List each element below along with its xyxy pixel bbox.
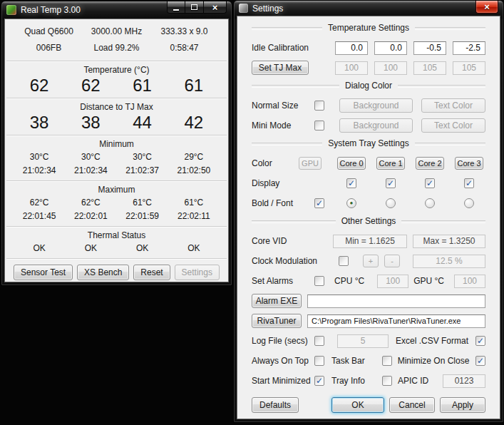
display-core1-checkbox[interactable]: ✓	[386, 178, 396, 188]
display-core2-checkbox[interactable]: ✓	[425, 178, 435, 188]
other-settings-header: Other Settings	[252, 216, 485, 227]
core3-thermal-status: OK	[168, 242, 220, 255]
clock-modulation-value: 12.5 %	[413, 255, 485, 268]
display-core3-checkbox[interactable]: ✓	[464, 178, 474, 188]
core0-distance: 38	[14, 113, 65, 131]
minimize-button[interactable]	[167, 1, 185, 14]
font-core2-radio[interactable]	[425, 198, 435, 208]
cancel-button[interactable]: Cancel	[389, 397, 435, 413]
idle-calibration-row: Idle Calibration 0.0 0.0 -0.5 -2.5	[252, 41, 485, 55]
rivatuner-button[interactable]: RivaTuner	[252, 314, 302, 328]
realtemp-button-row: Sensor Test XS Bench Reset Settings	[5, 260, 228, 280]
cpu-frequency: 3000.00 MHz	[83, 26, 150, 37]
mini-text-color-button: Text Color	[421, 118, 485, 133]
apic-id-label: APIC ID	[398, 376, 428, 386]
xs-bench-button[interactable]: XS Bench	[77, 265, 129, 280]
minimize-on-close-checkbox[interactable]: ✓	[475, 356, 485, 366]
core-vid-label: Core VID	[252, 236, 314, 246]
font-core3-radio[interactable]	[464, 198, 474, 208]
normal-size-row: Normal Size Background Text Color	[252, 98, 485, 113]
core1-color-button[interactable]: Core 1	[376, 157, 405, 170]
core1-max-time: 22:02:01	[65, 210, 116, 223]
uptime-value: 0:58:47	[150, 43, 218, 53]
idle-calibration-input-0[interactable]: 0.0	[335, 41, 368, 55]
font-core1-radio[interactable]	[386, 198, 396, 208]
minimum-times: 21:02:34 21:02:34 21:02:37 21:02:50	[5, 164, 228, 180]
alarm-exe-path-field[interactable]	[307, 295, 485, 308]
vid-min-field: Min = 1.1625	[333, 235, 407, 248]
font-radio-group: ●	[335, 198, 485, 208]
core3-min-time: 21:02:50	[168, 164, 220, 178]
idle-calibration-input-3[interactable]: -2.5	[453, 41, 485, 55]
sensor-test-button[interactable]: Sensor Test	[14, 265, 73, 280]
rivatuner-path-field[interactable]: C:\Program Files\RivaTuner\RivaTuner.exe	[307, 314, 485, 328]
realtemp-titlebar[interactable]: Real Temp 3.00 ×	[4, 1, 229, 19]
distance-values: 38 38 44 42	[5, 113, 228, 135]
gpu-color-button: GPU	[299, 157, 322, 170]
idle-calibration-input-1[interactable]: 0.0	[374, 41, 407, 55]
core1-min-temp: 30°C	[65, 150, 116, 164]
realtemp-app-icon	[6, 5, 16, 15]
tjmax-value-1: 100	[374, 61, 407, 75]
set-tjmax-button[interactable]: Set TJ Max	[252, 61, 309, 75]
display-checkboxes: ✓ ✓ ✓ ✓	[335, 178, 485, 188]
tray-info-checkbox[interactable]	[382, 376, 392, 386]
distance-header: Distance to TJ Max	[5, 99, 228, 113]
tjmax-value-2: 105	[413, 61, 446, 75]
apply-button[interactable]: Apply	[440, 397, 485, 413]
dialog-color-header: Dialog Color	[252, 81, 485, 91]
defaults-button[interactable]: Defaults	[252, 397, 299, 413]
core3-max-temp: 61°C	[168, 196, 220, 210]
settings-window: Settings × Temperature Settings Idle Cal…	[233, 0, 504, 423]
settings-titlebar[interactable]: Settings ×	[237, 1, 500, 16]
temperature-settings-header: Temperature Settings	[252, 23, 485, 34]
clock-plus-button: +	[363, 255, 379, 267]
system-tray-header-text: System Tray Settings	[328, 138, 408, 149]
settings-button: Settings	[175, 265, 220, 280]
clock-modulation-checkbox[interactable]	[339, 256, 349, 266]
core1-distance: 38	[65, 113, 116, 131]
task-bar-label: Task Bar	[331, 356, 365, 366]
settings-close-button[interactable]: ×	[475, 1, 498, 14]
vid-max-field: Max = 1.3250	[413, 235, 485, 248]
bold-font-row: Bold / Font ✓ ●	[252, 196, 485, 210]
font-core0-radio[interactable]: ●	[346, 198, 356, 208]
close-button[interactable]: ×	[204, 1, 227, 14]
core3-max-time: 22:02:11	[168, 210, 220, 223]
mini-mode-label: Mini Mode	[252, 121, 314, 130]
core0-color-button[interactable]: Core 0	[337, 157, 366, 170]
mini-mode-checkbox[interactable]	[314, 121, 324, 130]
log-file-checkbox[interactable]	[314, 336, 324, 346]
core2-color-button[interactable]: Core 2	[416, 157, 444, 170]
temperature-values: 62 62 61 61	[5, 76, 228, 98]
clock-modulation-label: Clock Modulation	[252, 256, 339, 266]
alarm-exe-button[interactable]: Alarm EXE	[252, 294, 302, 308]
cpu-model: Quad Q6600	[15, 26, 83, 37]
core-vid-row: Core VID Min = 1.1625 Max = 1.3250	[252, 234, 485, 248]
minimum-temps: 30°C 30°C 30°C 29°C	[5, 150, 228, 164]
reset-button[interactable]: Reset	[133, 265, 170, 280]
log-file-label: Log File (secs)	[252, 336, 314, 346]
core3-color-button[interactable]: Core 3	[455, 157, 483, 170]
maximize-button[interactable]	[185, 1, 204, 14]
settings-title: Settings	[252, 4, 283, 14]
settings-client-area: Temperature Settings Idle Calibration 0.…	[237, 16, 500, 419]
always-on-top-label: Always On Top	[252, 356, 314, 366]
set-alarms-checkbox[interactable]	[314, 276, 324, 286]
always-on-top-checkbox[interactable]	[314, 356, 324, 366]
idle-calibration-label: Idle Calibration	[252, 43, 314, 53]
normal-size-checkbox[interactable]	[314, 101, 324, 111]
bold-font-checkbox[interactable]: ✓	[314, 198, 324, 208]
ok-button[interactable]: OK	[331, 397, 384, 413]
tjmax-fields: 100 100 105 105	[335, 61, 485, 75]
idle-calibration-input-2[interactable]: -0.5	[413, 41, 446, 55]
task-bar-checkbox[interactable]	[382, 356, 392, 366]
display-core0-checkbox[interactable]: ✓	[346, 178, 356, 188]
start-minimized-checkbox[interactable]: ✓	[314, 376, 324, 386]
tjmax-value-3: 105	[453, 61, 485, 75]
maximum-header: Maximum	[5, 182, 228, 196]
realtemp-title: Real Temp 3.00	[21, 5, 81, 15]
alarm-exe-row: Alarm EXE	[252, 294, 485, 308]
thermal-status-values: OK OK OK OK	[5, 242, 228, 258]
csv-format-checkbox[interactable]: ✓	[475, 336, 485, 346]
